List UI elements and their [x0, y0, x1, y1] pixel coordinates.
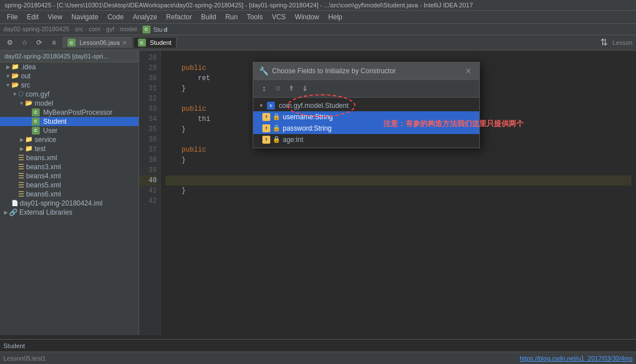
run-class-label: Student: [3, 342, 25, 349]
tab-toolbar: ⚙ ☆ ⟳ ≡ C Lesson06.java ✕ C Student ⇅ Le…: [0, 35, 636, 51]
code-editor: 28 29 30 31 32 33 34 35 36 37 38 39 40 4…: [139, 51, 636, 335]
dialog-root-item: ▼ c com.gyf.model.Student: [253, 100, 479, 111]
xml-icon-beans3: ☰: [18, 163, 24, 171]
class-icon-mybeanpostprocessor: C: [32, 108, 40, 116]
toolbar-sync-btn[interactable]: ⟳: [33, 36, 45, 49]
xml-icon-beans6: ☰: [18, 190, 24, 198]
menu-refactor[interactable]: Refactor: [162, 12, 196, 22]
sidebar-item-beans[interactable]: ▶ ☰ beans.xml: [0, 153, 139, 162]
tab-student-icon: C: [138, 39, 146, 47]
breadcrumb-gyf[interactable]: gyf: [106, 26, 115, 32]
field-icon-password: f: [262, 124, 270, 132]
sort-btn2[interactable]: ⊙: [271, 82, 284, 95]
main-layout: day02-spring-20180425 [day01-spri... ▶ 📁…: [0, 51, 636, 335]
sort-btn[interactable]: ⇅: [598, 36, 610, 49]
tab-lesson06-icon: C: [68, 39, 76, 47]
dialog-field-username[interactable]: f 🔒 username:String: [253, 111, 479, 123]
arrow-src: ▼: [5, 82, 11, 89]
menu-window[interactable]: Window: [290, 12, 324, 22]
dialog-title-text: Choose Fields to Initialize by Construct…: [272, 67, 396, 75]
arrow-model: ▼: [18, 100, 25, 107]
arrow-idea: ▶: [5, 64, 11, 70]
code-line-42: [165, 196, 631, 206]
sidebar: day02-spring-20180425 [day01-spri... ▶ 📁…: [0, 51, 139, 335]
tab-bar: C Lesson06.java ✕ C Student: [62, 37, 596, 48]
sidebar-item-user[interactable]: ▶ C User: [0, 126, 139, 135]
label-idea: .idea: [21, 63, 36, 71]
menu-help[interactable]: Help: [324, 12, 347, 22]
sidebar-item-ext-libs[interactable]: ▶ 🔗 External Libraries: [0, 208, 139, 217]
label-test: test: [35, 145, 45, 153]
field-label-username: username:String: [283, 113, 333, 121]
sidebar-item-beans3[interactable]: ▶ ☰ beans3.xml: [0, 162, 139, 171]
sidebar-item-beans5[interactable]: ▶ ☰ beans5.xml: [0, 181, 139, 190]
dialog-close-btn[interactable]: ✕: [463, 66, 474, 76]
dialog-title: 🔧 Choose Fields to Initialize by Constru…: [259, 66, 396, 76]
menu-navigate[interactable]: Navigate: [67, 12, 103, 22]
sidebar-item-beans6[interactable]: ▶ ☰ beans6.xml: [0, 190, 139, 199]
menu-edit[interactable]: Edit: [22, 12, 43, 22]
class-icon: C: [143, 26, 150, 34]
menu-code[interactable]: Code: [103, 12, 128, 22]
label-model: model: [35, 99, 53, 107]
menu-view[interactable]: View: [43, 12, 67, 22]
tab-lesson06[interactable]: C Lesson06.java ✕: [62, 37, 132, 48]
label-mybeanpostprocessor: MyBeanPostProcessor: [43, 108, 112, 116]
toolbar-back-btn[interactable]: ⚙: [3, 36, 16, 49]
tab-lesson06-close[interactable]: ✕: [122, 40, 127, 46]
choose-fields-dialog[interactable]: 🔧 Choose Fields to Initialize by Constru…: [253, 62, 480, 148]
breadcrumb-com[interactable]: com: [89, 26, 101, 32]
lock-icon-username: 🔒: [273, 113, 281, 120]
folder-icon-src: 📂: [11, 81, 19, 89]
sort-by-name-btn[interactable]: ↕: [258, 82, 270, 95]
sort-desc-btn[interactable]: ⇓: [299, 82, 311, 95]
sidebar-item-model[interactable]: ▼ 📂 model: [0, 99, 139, 108]
menu-build[interactable]: Build: [196, 12, 221, 22]
label-beans3: beans3.xml: [26, 163, 61, 171]
folder-icon-service: 📁: [25, 136, 33, 144]
lesson-label: Lesson: [613, 39, 633, 46]
title-text: spring-20180425 - [C:\Users\10301\Deskto…: [5, 2, 473, 9]
menu-run[interactable]: Run: [221, 12, 242, 22]
toolbar-settings-btn[interactable]: ≡: [48, 36, 60, 49]
sidebar-item-service[interactable]: ▶ 📁 service: [0, 135, 139, 144]
status-right-link[interactable]: https://blog.csdn.net/u1_2017/03/30/4ms: [520, 355, 633, 362]
label-ext-libs: External Libraries: [19, 208, 72, 216]
sidebar-item-mybeanpostprocessor[interactable]: ▶ C MyBeanPostProcessor: [0, 108, 139, 117]
sidebar-item-beans4[interactable]: ▶ ☰ beans4.xml: [0, 171, 139, 181]
lock-icon-age: 🔒: [273, 136, 281, 143]
breadcrumb-project[interactable]: day02-spring-20180425: [3, 26, 69, 32]
label-beans: beans.xml: [26, 154, 57, 162]
xml-icon-beans5: ☰: [18, 181, 24, 189]
breadcrumb-src[interactable]: src: [75, 26, 83, 32]
sidebar-item-src[interactable]: ▼ 📂 src: [0, 81, 139, 90]
sidebar-item-out[interactable]: ▼ 📂 out: [0, 72, 139, 81]
code-line-40: [165, 175, 631, 186]
breadcrumb-model[interactable]: model: [120, 26, 137, 32]
sort-asc-btn[interactable]: ⇑: [285, 82, 298, 95]
sidebar-item-comgyf[interactable]: ▼ ⬡ com.gyf: [0, 90, 139, 99]
menu-tools[interactable]: Tools: [242, 12, 267, 22]
field-label-age: age:int: [283, 136, 303, 144]
folder-icon-model: 📂: [25, 99, 33, 107]
menu-vcs[interactable]: VCS: [267, 12, 291, 22]
sidebar-item-student[interactable]: ▶ C Student: [0, 117, 139, 126]
dialog-icon: 🔧: [259, 66, 269, 76]
toolbar-fwd-btn[interactable]: ☆: [18, 36, 31, 49]
dialog-field-age[interactable]: f 🔒 age:int: [253, 134, 479, 145]
tab-student[interactable]: C Student: [133, 37, 177, 48]
dialog-field-password[interactable]: f 🔒 password:String: [253, 123, 479, 134]
project-name: day02-spring-20180425 [day01-spri...: [5, 53, 108, 60]
field-icon-age: f: [262, 136, 270, 144]
line-40-num: 40: [139, 175, 157, 186]
menu-analyze[interactable]: Analyze: [128, 12, 162, 22]
dialog-class-icon: c: [267, 102, 275, 110]
sidebar-item-iml[interactable]: ▶ 📄 day01-spring-20180424.iml: [0, 199, 139, 208]
breadcrumb-student[interactable]: CStud: [143, 25, 168, 34]
menu-file[interactable]: File: [2, 12, 22, 22]
package-icon-comgyf: ⬡: [18, 90, 24, 98]
dialog-toolbar: ↕ ⊙ ⇑ ⇓: [253, 80, 479, 98]
sidebar-item-test[interactable]: ▶ 📁 test: [0, 144, 139, 153]
sidebar-item-idea[interactable]: ▶ 📁 .idea: [0, 62, 139, 72]
xml-icon-beans: ☰: [18, 154, 24, 162]
